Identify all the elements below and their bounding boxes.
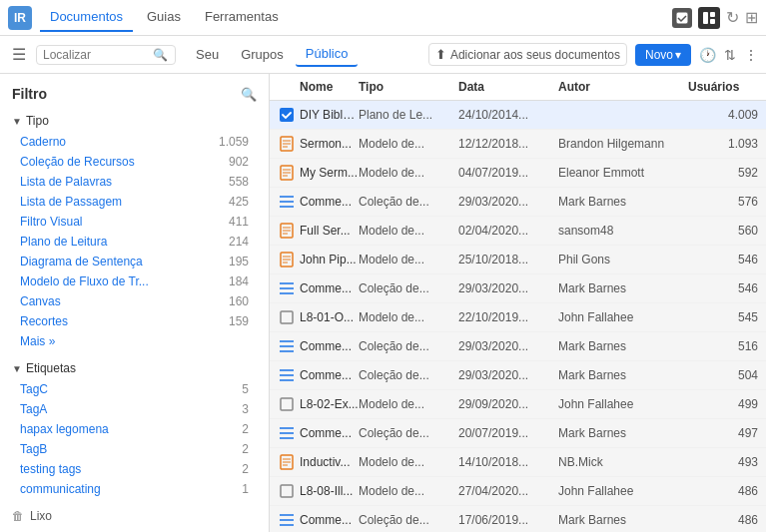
refresh-icon[interactable]: ↻ — [726, 8, 739, 27]
filter-colecao-recursos[interactable]: Coleção de Recursos 902 — [0, 152, 269, 172]
filter-caderno[interactable]: Caderno 1.059 — [0, 132, 269, 152]
filter-filtro-visual[interactable]: Filtro Visual 411 — [0, 212, 269, 232]
filter-lista-palavras[interactable]: Lista de Palavras 558 — [0, 172, 269, 192]
toolbar: ☰ 🔍 Seu Grupos Público ⬆ Adicionar aos s… — [0, 36, 766, 74]
filter-canvas[interactable]: Canvas 160 — [0, 291, 269, 311]
cell-author: John Fallahee — [558, 310, 688, 324]
tab-seu[interactable]: Seu — [186, 43, 229, 66]
grid-icon[interactable]: ⊞ — [745, 8, 758, 27]
svg-rect-0 — [676, 12, 688, 24]
cell-users: 592 — [688, 166, 758, 180]
filter-count: 2 — [242, 442, 249, 456]
clock-icon[interactable]: 🕐 — [699, 47, 716, 63]
cell-author: Mark Barnes — [558, 195, 688, 209]
filter-label: Coleção de Recursos — [20, 155, 135, 169]
table-row[interactable]: Inductiv... Modelo de... 14/10/2018... N… — [270, 448, 766, 477]
trash-item[interactable]: 🗑 Lixo — [0, 503, 269, 529]
search-input[interactable] — [43, 48, 153, 62]
table-row[interactable]: Comme... Coleção de... 29/03/2020... Mar… — [270, 332, 766, 361]
cell-type: Plano de Le... — [359, 108, 458, 122]
cell-date: 22/10/2019... — [458, 310, 558, 324]
cell-type: Modelo de... — [359, 224, 458, 238]
filter-tagc[interactable]: TagC 5 — [0, 379, 269, 399]
row-icon-doc — [278, 164, 296, 182]
filter-count: 2 — [242, 422, 249, 436]
svg-rect-1 — [703, 12, 708, 24]
table-row[interactable]: L8-08-Ill... Modelo de... 27/04/2020... … — [270, 477, 766, 506]
filter-taga[interactable]: TagA 3 — [0, 399, 269, 419]
col-autor: Autor — [558, 80, 688, 94]
cell-type: Modelo de... — [359, 397, 458, 411]
cell-author: Mark Barnes — [558, 426, 688, 440]
menu-icon[interactable]: ☰ — [8, 43, 30, 66]
cell-name: Comme... — [300, 368, 359, 382]
table-row[interactable]: Comme... Coleção de... 20/07/2019... Mar… — [270, 419, 766, 448]
filter-count: 425 — [229, 195, 249, 209]
table-row[interactable]: L8-02-Ex... Modelo de... 29/09/2020... J… — [270, 390, 766, 419]
cell-users: 516 — [688, 339, 758, 353]
table-row[interactable]: Comme... Coleção de... 17/06/2019... Mar… — [270, 506, 766, 532]
table-row[interactable]: Full Ser... Modelo de... 02/04/2020... s… — [270, 217, 766, 246]
table-row[interactable]: L8-01-O... Modelo de... 22/10/2019... Jo… — [270, 303, 766, 332]
row-icon-doc — [278, 453, 296, 471]
layout-icon[interactable] — [698, 7, 720, 29]
cell-type: Modelo de... — [359, 310, 458, 324]
nav-icons: ↻ ⊞ — [672, 7, 758, 29]
filter-communicating[interactable]: communicating 1 — [0, 479, 269, 499]
filter-settings-icon[interactable]: ⇅ — [724, 47, 736, 63]
more-options-icon[interactable]: ⋮ — [744, 47, 758, 63]
filter-tagb[interactable]: TagB 2 — [0, 439, 269, 459]
tab-grupos[interactable]: Grupos — [231, 43, 294, 66]
row-icon-list — [278, 366, 296, 384]
nav-tab-guias[interactable]: Guias — [137, 3, 191, 32]
filter-lista-passagem[interactable]: Lista de Passagem 425 — [0, 192, 269, 212]
novo-label: Novo — [645, 48, 673, 62]
filter-modelo-fluxo[interactable]: Modelo de Fluxo de Tr... 184 — [0, 271, 269, 291]
more-link[interactable]: Mais » — [0, 331, 269, 351]
nav-tab-documentos[interactable]: Documentos — [40, 3, 133, 32]
row-icon-list — [278, 279, 296, 297]
cell-date: 27/04/2020... — [458, 484, 558, 498]
row-icon-checkbox — [278, 106, 296, 124]
section-etiquetas[interactable]: ▼ Etiquetas — [0, 357, 269, 379]
nav-tab-ferramentas[interactable]: Ferramentas — [195, 3, 289, 32]
filter-count: 214 — [229, 235, 249, 249]
table-row[interactable]: John Pip... Modelo de... 25/10/2018... P… — [270, 246, 766, 274]
tab-publico[interactable]: Público — [296, 42, 359, 67]
cell-type: Coleção de... — [359, 195, 458, 209]
novo-button[interactable]: Novo ▾ — [635, 44, 691, 66]
col-tipo: Tipo — [359, 80, 458, 94]
svg-rect-3 — [710, 19, 715, 24]
search-box[interactable]: 🔍 — [36, 45, 176, 65]
checkbox-icon[interactable] — [672, 8, 692, 28]
cell-name: Comme... — [300, 426, 359, 440]
filter-testing-tags[interactable]: testing tags 2 — [0, 459, 269, 479]
filter-hapax[interactable]: hapax legomena 2 — [0, 419, 269, 439]
filter-diagrama-sentenca[interactable]: Diagrama de Sentença 195 — [0, 252, 269, 271]
filter-recortes[interactable]: Recortes 159 — [0, 311, 269, 331]
cell-users: 504 — [688, 368, 758, 382]
table-row[interactable]: Comme... Coleção de... 29/03/2020... Mar… — [270, 361, 766, 390]
filter-label: TagB — [20, 442, 47, 456]
cell-date: 24/10/2014... — [458, 108, 558, 122]
table-row[interactable]: My Serm... Modelo de... 04/07/2019... El… — [270, 159, 766, 188]
cell-author: Brandon Hilgemann — [558, 137, 688, 151]
section-tipo[interactable]: ▼ Tipo — [0, 110, 269, 132]
filter-count: 3 — [242, 402, 249, 416]
table-row[interactable]: Comme... Coleção de... 29/03/2020... Mar… — [270, 188, 766, 217]
cell-users: 486 — [688, 513, 758, 527]
svg-rect-22 — [281, 398, 293, 410]
filter-search-icon[interactable]: 🔍 — [241, 87, 257, 102]
table-body: DIY Bible... Plano de Le... 24/10/2014..… — [270, 101, 766, 532]
col-data: Data — [458, 80, 558, 94]
cell-date: 12/12/2018... — [458, 137, 558, 151]
filter-label: Recortes — [20, 314, 68, 328]
cell-author: Mark Barnes — [558, 281, 688, 295]
table-row[interactable]: Sermon... Modelo de... 12/12/2018... Bra… — [270, 130, 766, 159]
cell-type: Coleção de... — [359, 368, 458, 382]
filter-plano-leitura[interactable]: Plano de Leitura 214 — [0, 232, 269, 252]
table-row[interactable]: DIY Bible... Plano de Le... 24/10/2014..… — [270, 101, 766, 130]
add-documents-button[interactable]: ⬆ Adicionar aos seus documentos — [428, 43, 627, 66]
filter-label: Plano de Leitura — [20, 235, 107, 249]
table-row[interactable]: Comme... Coleção de... 29/03/2020... Mar… — [270, 274, 766, 303]
